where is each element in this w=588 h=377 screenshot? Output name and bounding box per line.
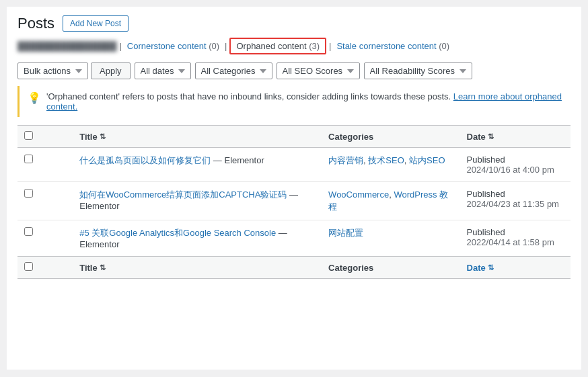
- footer-checkbox-cell: [17, 257, 73, 279]
- footer-title: Title ⇅: [73, 257, 322, 279]
- row-checkbox-cell: [17, 220, 73, 257]
- row-categories-cell: 网站配置: [322, 220, 460, 257]
- header-categories: Categories: [322, 126, 460, 148]
- apply-button[interactable]: Apply: [91, 62, 131, 79]
- category-link[interactable]: WooCommerce: [328, 190, 389, 200]
- categories-filter[interactable]: All Categories: [195, 62, 272, 79]
- nav-separator-2: |: [222, 41, 229, 51]
- row-checkbox[interactable]: [24, 155, 33, 163]
- bulb-icon: 💡: [28, 91, 41, 104]
- row-date-cell: Published 2024/10/16 at 4:00 pm: [460, 148, 571, 182]
- row-categories-cell: WooCommerce, WordPress 教程: [322, 182, 460, 220]
- post-status: Published: [467, 227, 505, 237]
- category-link[interactable]: 站内SEO: [409, 155, 445, 165]
- select-all-checkbox[interactable]: [24, 131, 33, 140]
- row-checkbox-cell: [17, 182, 73, 220]
- title-sort[interactable]: Title ⇅: [79, 132, 106, 142]
- posts-table: Title ⇅ Categories Date ⇅: [17, 125, 571, 279]
- footer-date: Date ⇅: [460, 257, 571, 279]
- footer-date-sort-icon: ⇅: [488, 263, 494, 272]
- post-title-link[interactable]: 什么是孤岛页面以及如何修复它们: [79, 155, 211, 165]
- post-date: 2024/10/16 at 4:00 pm: [467, 165, 554, 175]
- post-date: 2022/04/14 at 1:58 pm: [467, 237, 554, 247]
- builder-label: Elementor: [79, 239, 119, 249]
- post-date: 2024/04/23 at 11:35 pm: [467, 199, 559, 209]
- row-date-cell: Published 2024/04/23 at 11:35 pm: [460, 182, 571, 220]
- page-title: Posts: [17, 15, 54, 32]
- table-row: 什么是孤岛页面以及如何修复它们 — Elementor 内容营销, 技术SEO,…: [17, 148, 571, 182]
- footer-title-sort[interactable]: Title ⇅: [79, 263, 106, 273]
- info-box: 💡 'Orphaned content' refers to posts tha…: [17, 86, 571, 117]
- row-title-cell: 什么是孤岛页面以及如何修复它们 — Elementor: [73, 148, 322, 182]
- title-sort-icon: ⇅: [100, 132, 106, 141]
- add-new-button[interactable]: Add New Post: [63, 15, 128, 32]
- row-title-cell: #5 关联Google Analytics和Google Search Cons…: [73, 220, 322, 257]
- footer-select-all-checkbox[interactable]: [24, 262, 33, 271]
- builder-separator: —: [279, 228, 287, 238]
- header-title: Title ⇅: [73, 126, 322, 148]
- category-link[interactable]: 内容营销: [328, 155, 363, 165]
- orphaned-content-tab[interactable]: Orphaned content (3): [229, 38, 326, 54]
- header-checkbox-cell: [17, 126, 73, 148]
- bulk-actions-select[interactable]: Bulk actions: [17, 62, 88, 79]
- footer-categories: Categories: [322, 257, 460, 279]
- blurred-nav-item: ████████████████: [17, 41, 116, 51]
- builder-separator: —: [213, 155, 225, 165]
- builder-label: Elementor: [224, 155, 264, 165]
- dates-filter[interactable]: All dates: [135, 62, 191, 79]
- row-checkbox-cell: [17, 148, 73, 182]
- table-row: #5 关联Google Analytics和Google Search Cons…: [17, 220, 571, 257]
- stale-cornerstone-tab[interactable]: Stale cornerstone content (0): [334, 38, 452, 54]
- seo-scores-filter[interactable]: All SEO Scores: [277, 62, 360, 79]
- info-text: 'Orphaned content' refers to posts that …: [46, 91, 562, 112]
- category-link[interactable]: 网站配置: [328, 228, 363, 238]
- toolbar: Bulk actions Apply All dates All Categor…: [17, 62, 571, 79]
- builder-label: Elementor: [79, 201, 119, 211]
- footer-title-sort-icon: ⇅: [100, 263, 106, 272]
- cornerstone-content-tab[interactable]: Cornerstone content (0): [124, 38, 222, 54]
- bulk-actions-group: Bulk actions Apply: [17, 62, 131, 79]
- post-title-link[interactable]: 如何在WooCommerce结算页面添加CAPTCHA验证码: [79, 190, 287, 200]
- post-status: Published: [467, 155, 505, 165]
- table-row: 如何在WooCommerce结算页面添加CAPTCHA验证码 — Element…: [17, 182, 571, 220]
- row-date-cell: Published 2022/04/14 at 1:58 pm: [460, 220, 571, 257]
- nav-separator: |: [116, 41, 124, 51]
- row-checkbox[interactable]: [24, 227, 33, 236]
- date-sort[interactable]: Date ⇅: [467, 132, 494, 142]
- date-sort-icon: ⇅: [488, 132, 494, 141]
- row-title-cell: 如何在WooCommerce结算页面添加CAPTCHA验证码 — Element…: [73, 182, 322, 220]
- builder-separator: —: [289, 190, 298, 200]
- row-checkbox[interactable]: [24, 189, 33, 198]
- sub-navigation: ████████████████ | Cornerstone content (…: [17, 38, 571, 54]
- post-title-link[interactable]: #5 关联Google Analytics和Google Search Cons…: [79, 228, 276, 238]
- category-link[interactable]: 技术SEO: [368, 155, 404, 165]
- readability-scores-filter[interactable]: All Readability Scores: [364, 62, 472, 79]
- footer-date-sort[interactable]: Date ⇅: [467, 263, 494, 273]
- header-date: Date ⇅: [460, 126, 571, 148]
- row-categories-cell: 内容营销, 技术SEO, 站内SEO: [322, 148, 460, 182]
- nav-separator-3: |: [326, 41, 334, 51]
- post-status: Published: [467, 189, 505, 199]
